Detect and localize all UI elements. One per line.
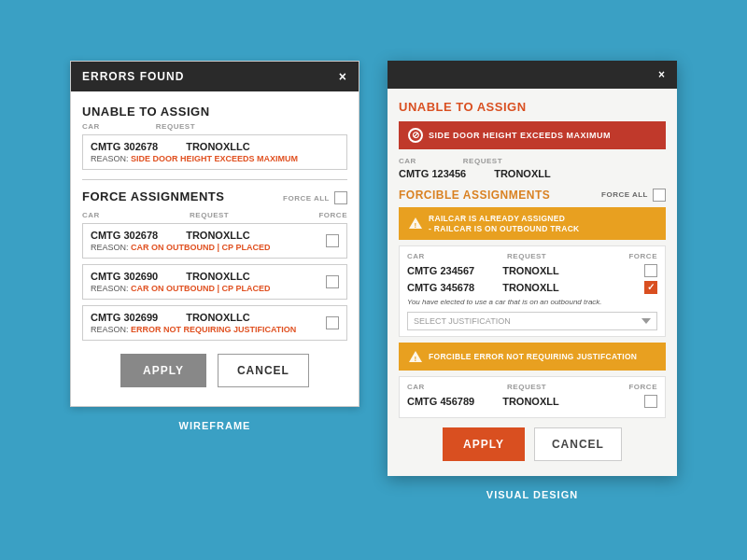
visual-forcible-title: FORCIBLE ASSIGNMENTS bbox=[399, 189, 550, 202]
vis-force-request-1: TRONOXLL bbox=[502, 282, 559, 293]
wireframe-cancel-button[interactable]: CANCEL bbox=[218, 354, 309, 387]
error-banner-text: SIDE DOOR HEIGHT EXCEEDS MAXIMUM bbox=[429, 131, 611, 140]
visual-unable-col-labels: CAR REQUEST bbox=[399, 157, 666, 165]
visual-force-error-label: CMTG 456789 TRONOXLL bbox=[407, 396, 559, 407]
svg-text:!: ! bbox=[415, 355, 417, 363]
force-checkbox-0[interactable] bbox=[326, 234, 339, 247]
unable-request-0: TRONOXLLC bbox=[186, 141, 249, 152]
vis2-col-force: FORCE bbox=[628, 383, 657, 391]
visual-error-banner: ⊘ SIDE DOOR HEIGHT EXCEEDS MAXIMUM bbox=[399, 121, 666, 149]
visual-force-all-checkbox[interactable] bbox=[653, 189, 666, 202]
col-request-label: REQUEST bbox=[156, 122, 195, 131]
wireframe-force-title: FORCE ASSIGNMENTS bbox=[82, 189, 224, 203]
col-car-label: CAR bbox=[82, 122, 100, 131]
wireframe-force-left-0: CMTG 302678 TRONOXLLC REASON: CAR ON OUT… bbox=[91, 230, 326, 252]
wireframe-force-col-labels: CAR REQUEST FORCE bbox=[82, 211, 347, 219]
force-col-car: CAR bbox=[82, 211, 100, 219]
visual-force-all: FORCE ALL bbox=[601, 189, 666, 202]
svg-text:!: ! bbox=[415, 221, 417, 230]
select-justification-dropdown[interactable]: SELECT JUSTIFICATION bbox=[407, 312, 657, 330]
vis-force-checkbox-1[interactable] bbox=[644, 281, 657, 294]
force-request-1: TRONOXLLC bbox=[186, 271, 249, 282]
wireframe-force-card-1: CMTG 302690 TRONOXLLC REASON: CAR ON OUT… bbox=[82, 264, 347, 300]
wireframe-force-row-1: CMTG 302690 TRONOXLLC bbox=[91, 271, 326, 282]
wireframe-unable-row-0: CMTG 302678 TRONOXLLC bbox=[91, 141, 339, 152]
ban-icon: ⊘ bbox=[408, 128, 423, 143]
visual-unable-title: UNABLE TO ASSIGN bbox=[399, 100, 666, 114]
vis-error-car: CMTG 456789 bbox=[407, 396, 474, 407]
unable-reason-0: REASON: SIDE DOOR HEIGHT EXCEEDS MAXIMUM bbox=[91, 154, 339, 163]
visual-label: VISUAL DESIGN bbox=[486, 489, 578, 500]
force-request-2: TRONOXLLC bbox=[186, 312, 249, 323]
vis-force-request-0: TRONOXLL bbox=[502, 265, 559, 276]
force-checkbox-1[interactable] bbox=[326, 275, 339, 288]
visual-close-icon[interactable]: × bbox=[658, 68, 666, 81]
force-request-0: TRONOXLLC bbox=[186, 230, 249, 241]
wireframe-force-row-2: CMTG 302699 TRONOXLLC bbox=[91, 312, 326, 323]
visual-body: UNABLE TO ASSIGN ⊘ SIDE DOOR HEIGHT EXCE… bbox=[388, 89, 677, 476]
visual-force-table-header: CAR REQUEST FORCE bbox=[407, 252, 657, 260]
wireframe-label: WIREFRAME bbox=[179, 420, 251, 431]
unable-reason-text-0: SIDE DOOR HEIGHT EXCEEDS MAXIMUM bbox=[131, 154, 298, 163]
wireframe-force-reason-0: REASON: CAR ON OUTBOUND | CP PLACED bbox=[91, 243, 326, 252]
vis-error-checkbox[interactable] bbox=[644, 395, 657, 408]
visual-wrapper: × UNABLE TO ASSIGN ⊘ SIDE DOOR HEIGHT EX… bbox=[388, 61, 677, 500]
force-car-0: CMTG 302678 bbox=[91, 230, 158, 241]
wireframe-close-icon[interactable]: × bbox=[339, 69, 347, 84]
visual-apply-button[interactable]: APPLY bbox=[443, 427, 525, 461]
wireframe-unable-title: UNABLE TO ASSIGN bbox=[82, 105, 347, 119]
wireframe-title: ERRORS FOUND bbox=[82, 70, 184, 83]
vis-force-col-force: FORCE bbox=[628, 252, 657, 260]
visual-force-car-row-1: CMTG 345678 TRONOXLL bbox=[407, 281, 657, 294]
warning-triangle-icon: ! bbox=[408, 216, 423, 231]
visual-forcible-header: FORCIBLE ASSIGNMENTS FORCE ALL bbox=[399, 189, 666, 202]
vis-col-request: REQUEST bbox=[463, 157, 502, 165]
visual-panel: × UNABLE TO ASSIGN ⊘ SIDE DOOR HEIGHT EX… bbox=[388, 61, 677, 476]
visual-unable-request-0: TRONOXLL bbox=[494, 168, 551, 179]
main-container: ERRORS FOUND × UNABLE TO ASSIGN CAR REQU… bbox=[0, 42, 747, 519]
wireframe-divider bbox=[82, 179, 347, 180]
wireframe-panel: ERRORS FOUND × UNABLE TO ASSIGN CAR REQU… bbox=[70, 61, 359, 407]
visual-force-table-2: CAR REQUEST FORCE CMTG 456789 TRONOXLL bbox=[399, 376, 666, 418]
wireframe-force-left-1: CMTG 302690 TRONOXLLC REASON: CAR ON OUT… bbox=[91, 271, 326, 293]
vis-col-car: CAR bbox=[399, 157, 416, 165]
force-col-force: FORCE bbox=[318, 211, 347, 219]
visual-header: × bbox=[388, 61, 677, 89]
visual-buttons: APPLY CANCEL bbox=[399, 427, 666, 465]
vis-error-request: TRONOXLL bbox=[502, 396, 559, 407]
vis2-col-request: REQUEST bbox=[507, 383, 546, 391]
visual-unable-car-0: CMTG 123456 bbox=[399, 168, 466, 179]
vis-force-car-1: CMTG 345678 bbox=[407, 282, 474, 293]
vis-force-checkbox-0[interactable] bbox=[644, 264, 657, 277]
wireframe-force-header: FORCE ASSIGNMENTS FORCE ALL bbox=[82, 189, 347, 207]
forcible-error-warning-icon: ! bbox=[408, 349, 423, 364]
wireframe-force-reason-1: REASON: CAR ON OUTBOUND | CP PLACED bbox=[91, 284, 326, 293]
wireframe-force-card-0: CMTG 302678 TRONOXLLC REASON: CAR ON OUT… bbox=[82, 223, 347, 259]
wireframe-force-row-0: CMTG 302678 TRONOXLLC bbox=[91, 230, 326, 241]
warning-line1: RAILCAR IS ALREADY ASSIGNED bbox=[429, 214, 580, 223]
visual-cancel-button[interactable]: CANCEL bbox=[534, 427, 622, 461]
wireframe-force-all-label: FORCE ALL bbox=[283, 194, 330, 203]
force-car-1: CMTG 302690 bbox=[91, 271, 158, 282]
force-checkbox-2[interactable] bbox=[326, 316, 339, 329]
wireframe-unable-card-0: CMTG 302678 TRONOXLLC REASON: SIDE DOOR … bbox=[82, 134, 347, 170]
visual-forcible-error-banner: ! FORCIBLE ERROR NOT REQUIRING JUSTIFCAT… bbox=[399, 343, 666, 371]
unable-car-0: CMTG 302678 bbox=[91, 141, 158, 152]
force-car-2: CMTG 302699 bbox=[91, 312, 158, 323]
wireframe-force-all-checkbox[interactable] bbox=[334, 191, 347, 204]
wireframe-force-card-2: CMTG 302699 TRONOXLLC REASON: ERROR NOT … bbox=[82, 305, 347, 341]
wireframe-body: UNABLE TO ASSIGN CAR REQUEST CMTG 302678… bbox=[71, 91, 359, 406]
vis-force-col-request: REQUEST bbox=[507, 252, 546, 260]
visual-warning-banner: ! RAILCAR IS ALREADY ASSIGNED - RAILCAR … bbox=[399, 207, 666, 240]
vis2-col-car: CAR bbox=[407, 383, 425, 391]
wireframe-apply-button[interactable]: APPLY bbox=[120, 354, 206, 387]
visual-force-error-row: CMTG 456789 TRONOXLL bbox=[407, 395, 657, 408]
visual-force-table-2-header: CAR REQUEST FORCE bbox=[407, 383, 657, 391]
vis-force-car-0: CMTG 234567 bbox=[407, 265, 474, 276]
wireframe-wrapper: ERRORS FOUND × UNABLE TO ASSIGN CAR REQU… bbox=[70, 61, 359, 431]
visual-force-car-label-0: CMTG 234567 TRONOXLL bbox=[407, 265, 559, 276]
wireframe-force-all: FORCE ALL bbox=[283, 191, 347, 204]
force-col-request: REQUEST bbox=[190, 211, 229, 219]
justification-note: You have elected to use a car that is on… bbox=[407, 298, 657, 306]
wireframe-force-left-2: CMTG 302699 TRONOXLLC REASON: ERROR NOT … bbox=[91, 312, 326, 334]
